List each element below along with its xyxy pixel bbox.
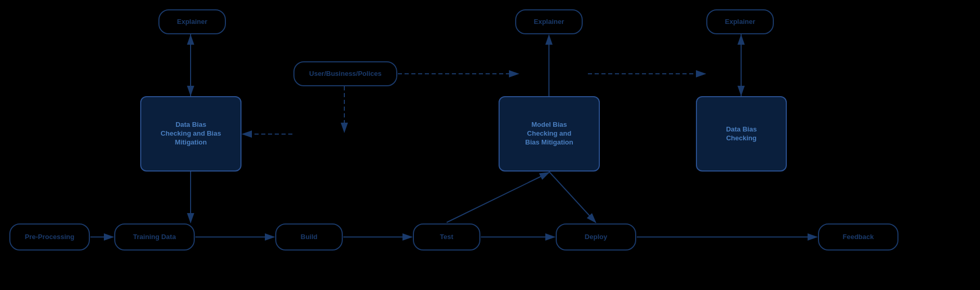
model-bias-node: Model Bias Checking and Bias Mitigation xyxy=(499,96,600,172)
test-label: Test xyxy=(440,233,453,242)
training-data-node: Training Data xyxy=(114,223,195,251)
test-node: Test xyxy=(413,223,480,251)
model-bias-label: Model Bias Checking and Bias Mitigation xyxy=(525,121,573,147)
explainer2-node: Explainer xyxy=(515,9,583,34)
explainer1-node: Explainer xyxy=(158,9,226,34)
data-bias-label: Data Bias Checking and Bias Mitigation xyxy=(160,121,221,147)
pre-processing-node: Pre-Processing xyxy=(9,223,90,251)
explainer2-label: Explainer xyxy=(534,18,565,27)
data-bias2-label: Data Bias Checking xyxy=(726,125,757,143)
explainer3-label: Explainer xyxy=(725,18,756,27)
feedback-label: Feedback xyxy=(843,233,874,242)
explainer3-node: Explainer xyxy=(706,9,774,34)
feedback-node: Feedback xyxy=(818,223,898,251)
training-data-label: Training Data xyxy=(133,233,176,242)
build-node: Build xyxy=(275,223,343,251)
diagram: Explainer Data Bias Checking and Bias Mi… xyxy=(0,0,980,290)
deploy-node: Deploy xyxy=(556,223,636,251)
explainer1-label: Explainer xyxy=(177,18,208,27)
pre-processing-label: Pre-Processing xyxy=(25,233,74,242)
user-business-label: User/Business/Polices xyxy=(309,70,381,78)
deploy-label: Deploy xyxy=(585,233,607,242)
svg-line-15 xyxy=(549,172,596,222)
data-bias-node: Data Bias Checking and Bias Mitigation xyxy=(140,96,241,172)
data-bias2-node: Data Bias Checking xyxy=(696,96,787,172)
user-business-node: User/Business/Polices xyxy=(293,61,397,86)
build-label: Build xyxy=(301,233,318,242)
svg-line-13 xyxy=(447,173,549,222)
